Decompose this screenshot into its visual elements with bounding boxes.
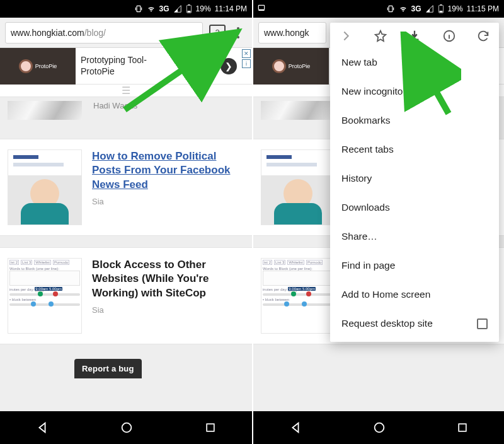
url-path: /blog/ — [84, 28, 106, 38]
battery-percent: 19% — [196, 4, 211, 13]
report-bug-button[interactable]: Report a bug — [74, 359, 142, 378]
article-2-thumb: ist 2List 3WhitelistPomodo Words to Bloc… — [261, 258, 335, 334]
network-label: 3G — [159, 4, 169, 13]
menu-item-share[interactable]: Share… — [330, 222, 499, 251]
nav-recents-icon[interactable] — [456, 421, 469, 434]
svg-point-13 — [375, 423, 384, 433]
article-2-title[interactable]: Block Access to Other Websites (While Yo… — [92, 258, 244, 300]
ad-logo: ProtoPie — [253, 48, 329, 85]
checkbox-icon[interactable] — [477, 318, 488, 329]
svg-rect-11 — [440, 4, 442, 5]
download-notification-icon — [257, 4, 266, 15]
overflow-menu-button[interactable] — [229, 24, 247, 42]
ad-arrow-icon[interactable]: ❯ — [220, 58, 237, 74]
menu-icon-row — [330, 23, 499, 48]
ad-info-icon[interactable]: i — [242, 59, 251, 68]
nav-home-icon[interactable] — [372, 421, 386, 435]
url-host: www.hongk — [264, 28, 309, 38]
status-bar: 3G 19% 11:14 PM — [0, 0, 252, 18]
clock: 11:14 PM — [215, 4, 247, 13]
drag-handle-icon[interactable]: ☰ — [0, 85, 252, 97]
refresh-icon[interactable] — [476, 29, 490, 43]
svg-point-4 — [122, 423, 132, 433]
menu-item-new-tab[interactable]: New tab — [330, 48, 499, 77]
menu-item-request-desktop[interactable]: Request desktop site — [330, 309, 499, 338]
article-1-thumb — [8, 149, 82, 225]
article-1-title[interactable]: How to Remove Political Posts From Your … — [92, 149, 244, 192]
clock: 11:15 PM — [467, 4, 499, 13]
url-field[interactable]: www.hongkiat.com/blog/ — [5, 22, 203, 44]
wifi-icon — [147, 4, 156, 13]
menu-item-bookmarks[interactable]: Bookmarks — [330, 106, 499, 135]
article-1-byline: Sia — [92, 197, 244, 206]
ad-text: Prototyping Tool-ProtoPie — [76, 55, 147, 77]
signal-icon — [425, 4, 434, 13]
article-2-thumb: ist 2List 3WhitelistPomodo Words to Bloc… — [8, 258, 82, 334]
tabs-button[interactable]: 2 — [209, 25, 226, 41]
vibrate-icon — [134, 4, 143, 13]
svg-rect-7 — [258, 5, 264, 9]
ad-banner[interactable]: ProtoPie Prototyping Tool-ProtoPie ❯ ✕ i — [0, 48, 252, 85]
svg-rect-10 — [439, 11, 442, 12]
battery-icon — [438, 4, 444, 13]
mini-byline: Hadi Waqas — [82, 101, 137, 120]
ad-close-icon[interactable]: ✕ — [242, 49, 251, 58]
article-2-byline: Sia — [92, 305, 244, 315]
wifi-icon — [399, 4, 408, 13]
phone-left: 3G 19% 11:14 PM www.hongkiat.com/blog/ 2… — [0, 0, 252, 444]
article-1[interactable]: How to Remove Political Posts From Your … — [0, 139, 252, 236]
nav-recents-icon[interactable] — [204, 421, 217, 434]
nav-back-icon[interactable] — [35, 421, 49, 435]
page-content: ProtoPie Prototyping Tool-ProtoPie ❯ ✕ i… — [0, 48, 252, 411]
menu-item-new-incognito[interactable]: New incognito tab — [330, 77, 499, 106]
nav-bar — [253, 411, 504, 444]
nav-home-icon[interactable] — [120, 421, 134, 435]
forward-icon[interactable] — [339, 29, 353, 43]
nav-back-icon[interactable] — [289, 421, 302, 435]
svg-rect-3 — [188, 4, 190, 5]
info-icon[interactable] — [442, 29, 456, 43]
battery-icon — [186, 4, 192, 13]
download-icon[interactable] — [408, 29, 421, 43]
menu-item-find-in-page[interactable]: Find in page — [330, 251, 499, 280]
svg-rect-8 — [389, 6, 392, 11]
overflow-menu: New tab New incognito tab Bookmarks Rece… — [330, 23, 499, 342]
menu-item-recent-tabs[interactable]: Recent tabs — [330, 135, 499, 164]
battery-percent: 19% — [448, 4, 463, 13]
phone-right: 3G 19% 11:15 PM www.hongk ProtoPie ☰ ist… — [252, 0, 504, 444]
chrome-url-bar: www.hongkiat.com/blog/ 2 — [0, 18, 252, 48]
article-2[interactable]: ist 2List 3WhitelistPomodo Words to Bloc… — [0, 247, 252, 344]
article-1-thumb — [261, 149, 335, 225]
menu-item-add-to-home[interactable]: Add to Home screen — [330, 280, 499, 309]
mini-article-row: Hadi Waqas — [0, 97, 252, 127]
status-bar: 3G 19% 11:15 PM — [253, 0, 504, 18]
mini-thumb — [8, 101, 82, 120]
nav-bar — [0, 411, 252, 444]
menu-item-downloads[interactable]: Downloads — [330, 193, 499, 222]
signal-icon — [173, 4, 182, 13]
svg-rect-0 — [137, 6, 140, 11]
svg-rect-2 — [187, 11, 190, 12]
star-icon[interactable] — [374, 29, 387, 43]
menu-item-history[interactable]: History — [330, 164, 499, 193]
svg-rect-5 — [207, 424, 214, 431]
vibrate-icon — [386, 4, 395, 13]
url-field[interactable]: www.hongk — [258, 22, 326, 44]
network-label: 3G — [411, 4, 421, 13]
svg-rect-14 — [459, 424, 466, 431]
ad-logo: ProtoPie — [0, 48, 76, 85]
url-host: www.hongkiat.com — [11, 28, 84, 38]
